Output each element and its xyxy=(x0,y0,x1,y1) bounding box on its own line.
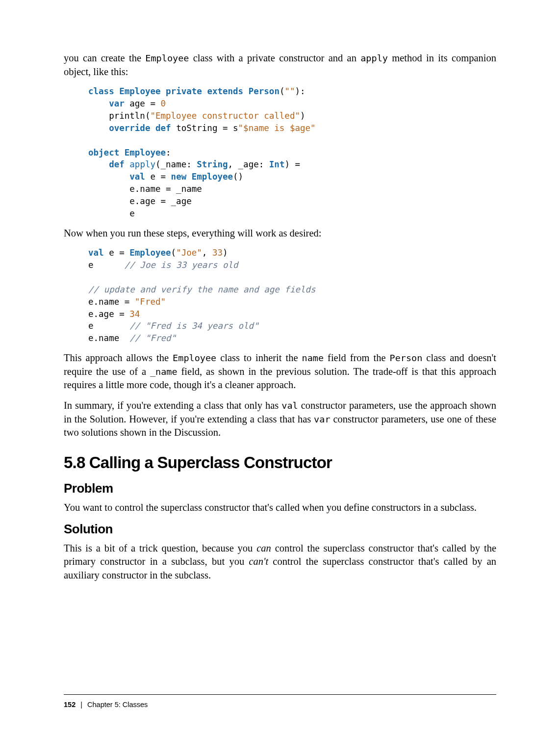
intro-paragraph-1: you can create the Employee class with a… xyxy=(64,52,496,79)
paragraph-4: In summary, if you're extending a class … xyxy=(64,399,496,440)
code-block-2: val e = Employee("Joe", 33) e // Joe is … xyxy=(88,247,496,344)
inline-code: Person xyxy=(390,353,423,363)
solution-paragraph: This is a bit of a trick question, becau… xyxy=(64,542,496,582)
inline-code: var xyxy=(314,414,330,424)
inline-code: _name xyxy=(150,367,178,377)
solution-heading: Solution xyxy=(64,522,496,537)
paragraph-3: This approach allows the Employee class … xyxy=(64,351,496,392)
inline-code: name xyxy=(302,353,324,363)
section-title: 5.8 Calling a Superclass Constructor xyxy=(64,453,496,472)
problem-heading: Problem xyxy=(64,481,496,496)
emphasis: can't xyxy=(249,556,268,567)
chapter-label: Chapter 5: Classes xyxy=(87,701,148,709)
inline-code: Employee xyxy=(145,53,189,63)
footer-separator: | xyxy=(77,701,85,709)
inline-code: apply xyxy=(360,53,388,63)
page-footer: 152 | Chapter 5: Classes xyxy=(64,694,496,709)
problem-paragraph: You want to control the superclass const… xyxy=(64,501,496,515)
inline-code: Employee xyxy=(173,353,216,363)
code-block-1: class Employee private extends Person(""… xyxy=(88,85,496,219)
page-number: 152 xyxy=(64,701,76,709)
inline-code: val xyxy=(281,400,298,411)
emphasis: can xyxy=(256,543,271,553)
paragraph-2: Now when you run these steps, everything… xyxy=(64,227,496,240)
